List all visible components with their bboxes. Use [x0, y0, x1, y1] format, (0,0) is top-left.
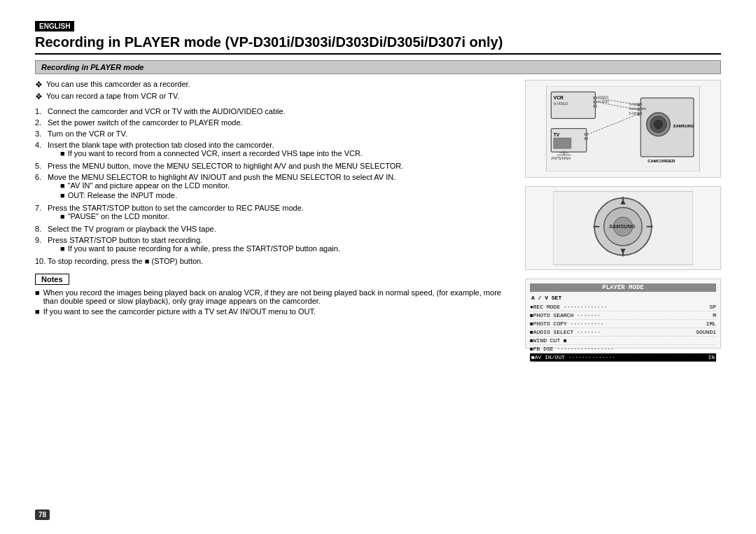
- intro-bullet-1: ❖ You can use this camcorder as a record…: [35, 80, 511, 90]
- section-header: Recording in PLAYER mode: [35, 60, 721, 74]
- main-title: Recording in PLAYER mode (VP-D301i/D303i…: [35, 34, 721, 55]
- svg-point-44: [622, 197, 624, 199]
- svg-text:CAMCORDER: CAMCORDER: [648, 159, 676, 163]
- menu-subtitle: A / V SET: [530, 294, 716, 302]
- intro-bullet-2: ❖ You can record a tape from VCR or TV.: [35, 92, 511, 101]
- svg-point-45: [650, 225, 653, 228]
- step-7-sub: ■ "PAUSE" on the LCD monitor.: [60, 212, 304, 220]
- note-2: ■ If you want to see the camcorder pictu…: [35, 307, 511, 316]
- step-9-sub: ■ If you want to pause recording for a w…: [60, 244, 340, 253]
- step-2: 2. Set the power switch of the camcorder…: [35, 118, 511, 127]
- page: ENGLISH Recording in PLAYER mode (VP-D30…: [0, 0, 756, 534]
- step-7: 7. Press the START/STOP button to set th…: [35, 204, 511, 222]
- menu-mode-title: PLAYER MODE: [530, 283, 716, 292]
- connection-diagram: VCR S-VIDEO VIDEO AUDIO TV: [525, 80, 721, 178]
- svg-point-47: [593, 225, 596, 228]
- connection-svg: VCR S-VIDEO VIDEO AUDIO TV: [539, 86, 707, 171]
- step-6-sub-2: ■ OUT: Release the INPUT mode.: [60, 191, 396, 199]
- menu-item-rec-mode: ●REC MODE ·············SP: [530, 303, 716, 311]
- svg-text:VCR: VCR: [554, 95, 564, 100]
- step-4: 4. Insert the blank tape with protection…: [35, 141, 511, 159]
- english-badge: ENGLISH: [35, 21, 74, 31]
- note-1: ■ When you record the images being playe…: [35, 288, 511, 305]
- page-number: 78: [35, 510, 50, 520]
- svg-rect-13: [584, 137, 587, 139]
- notes-section: Notes ■ When you record the images being…: [35, 274, 511, 316]
- step-5: 5. Press the MENU button, move the MENU …: [35, 162, 511, 170]
- svg-rect-11: [554, 138, 571, 148]
- svg-text:S-VIDEO: S-VIDEO: [554, 101, 568, 106]
- step-4-sub: ■ If you want to record from a connected…: [60, 149, 363, 157]
- svg-text:Audio/Video: Audio/Video: [629, 107, 646, 111]
- svg-rect-12: [584, 133, 587, 135]
- step-10: 10. To stop recording, press the ■ (STOP…: [35, 257, 511, 265]
- selector-diagram: SAMSUNG: [525, 186, 721, 270]
- menu-diagram: PLAYER MODE A / V SET ●REC MODE ········…: [525, 279, 721, 349]
- menu-item-pb-dse: ■PB DSE ·················: [530, 345, 716, 353]
- menu-item-av-in-out: ■AV IN/OUT ··············IN: [530, 353, 716, 362]
- notes-label: Notes: [35, 274, 69, 285]
- diamond-icon: ❖: [35, 80, 43, 90]
- menu-display: PLAYER MODE A / V SET ●REC MODE ········…: [530, 283, 716, 362]
- svg-text:AUDIO: AUDIO: [598, 99, 609, 104]
- svg-text:TV: TV: [554, 132, 560, 137]
- steps-list: 1. Connect the camcorder and VCR or TV w…: [35, 107, 511, 265]
- svg-rect-6: [594, 105, 596, 107]
- menu-item-photo-search: ■PHOTO SEARCH ·······M: [530, 311, 716, 320]
- svg-rect-5: [594, 101, 596, 103]
- svg-text:SAMSUNG: SAMSUNG: [609, 223, 635, 230]
- step-9: 9. Press START/STOP button to start reco…: [35, 236, 511, 254]
- step-3: 3. Turn on the VCR or TV.: [35, 129, 511, 138]
- svg-rect-4: [594, 97, 596, 99]
- menu-item-photo-copy: ■PHOTO COPY ··········1ML: [530, 320, 716, 328]
- svg-text:ANTENNA: ANTENNA: [551, 156, 570, 160]
- selector-svg: SAMSUNG: [553, 190, 693, 267]
- diamond-icon: ❖: [35, 92, 43, 101]
- svg-point-22: [654, 120, 663, 129]
- menu-item-wind-cut: ■WIND CUT ■: [530, 337, 716, 345]
- intro-bullets: ❖ You can use this camcorder as a record…: [35, 80, 511, 101]
- step-6: 6. Move the MENU SELECTOR to highlight A…: [35, 173, 511, 201]
- svg-text:SAMSUNG: SAMSUNG: [673, 124, 694, 128]
- left-column: ❖ You can use this camcorder as a record…: [35, 80, 511, 349]
- menu-item-audio-select: ■AUDIO SELECT ·······SOUND1: [530, 328, 716, 337]
- svg-point-46: [622, 254, 624, 257]
- step-6-sub-1: ■ "AV IN" and picture appear on the LCD …: [60, 181, 396, 190]
- right-column: VCR S-VIDEO VIDEO AUDIO TV: [525, 80, 721, 349]
- step-8: 8. Select the TV program or playback the…: [35, 225, 511, 233]
- step-1: 1. Connect the camcorder and VCR or TV w…: [35, 107, 511, 115]
